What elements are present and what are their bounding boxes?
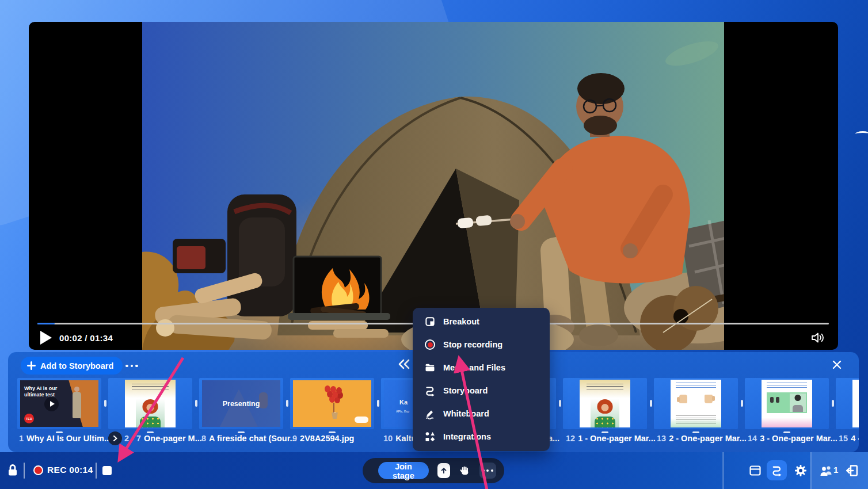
item-label-14[interactable]: 143 - One-pager Mar... <box>748 432 837 445</box>
background-curve <box>855 131 868 137</box>
storyboard-item-2-7[interactable] <box>108 378 192 429</box>
bottom-bar-divider-line <box>722 452 724 489</box>
storyboard-item-15[interactable] <box>836 378 859 429</box>
share-upload-button[interactable] <box>437 463 450 478</box>
speaker-figure <box>73 392 81 418</box>
scroll-left-icon[interactable] <box>397 358 412 370</box>
chevron-right-icon <box>112 435 118 442</box>
menu-item-integrations[interactable]: Integrations <box>413 425 550 448</box>
video-player: 00:02 / 01:34 <box>29 22 838 350</box>
item-label-2-7[interactable]: 2 - 7One-pager M... <box>124 432 202 445</box>
item-label-12[interactable]: 121 - One-pager Mar... <box>566 432 656 445</box>
participants-count: 1 <box>833 465 838 475</box>
arrow-up-icon <box>439 465 449 476</box>
folder-icon <box>424 361 436 374</box>
volume-icon[interactable] <box>810 331 827 345</box>
thumbnail-balloons-photo <box>293 380 371 427</box>
app-root: 00:02 / 01:34 Add to Storyboard Why AI i… <box>0 0 868 489</box>
menu-label-storyboard: Storyboard <box>443 386 488 395</box>
ted-badge: TED <box>24 414 34 423</box>
thumbnail-one-pager-2 <box>671 380 721 427</box>
breakout-icon <box>424 315 436 328</box>
recording-timer: REC 00:14 <box>47 465 93 475</box>
video-frame-campfire-scene <box>142 22 724 350</box>
thumbnail-ted-video: Why AI is our ultimate test TED <box>20 380 98 427</box>
menu-label-media-and-files: Media and Files <box>443 363 505 372</box>
thumbnail-one-pager-3 <box>762 380 812 427</box>
item-label-8[interactable]: 8A fireside chat (Sour... <box>201 432 297 445</box>
thumbnail-one-pager-1 <box>580 380 630 427</box>
storyboard-item-9[interactable] <box>290 378 374 429</box>
stage-controls: Join stage <box>363 458 504 483</box>
thumbnail-one-pager <box>125 380 176 427</box>
storyboard-item-1[interactable]: Why AI is our ultimate test TED <box>17 378 101 429</box>
thumbnail-one-pager-4 <box>852 380 859 427</box>
video-progress-fill <box>37 323 55 324</box>
menu-label-whiteboard: Whiteboard <box>443 409 489 418</box>
menu-item-whiteboard[interactable]: Whiteboard <box>413 402 550 425</box>
play-button[interactable] <box>40 331 52 345</box>
menu-item-storyboard[interactable]: Storyboard <box>413 379 550 402</box>
menu-label-stop-recording: Stop recording <box>443 340 502 349</box>
stop-recording-button[interactable] <box>102 466 112 475</box>
menu-item-stop-recording[interactable]: Stop recording <box>413 333 550 356</box>
close-panel-icon[interactable] <box>831 359 843 370</box>
menu-label-breakout: Breakout <box>443 317 479 326</box>
item-label-11[interactable]: a... <box>548 432 559 445</box>
leave-session-icon[interactable] <box>845 464 859 477</box>
presenting-overlay-label: Presenting <box>202 380 280 427</box>
lock-icon[interactable] <box>6 463 20 478</box>
item-label-13[interactable]: 132 - One-pager Mar... <box>657 432 747 445</box>
integrations-icon <box>424 430 436 443</box>
menu-label-integrations: Integrations <box>443 432 491 441</box>
storyboard-item-12[interactable] <box>563 378 647 429</box>
plus-icon <box>27 361 36 370</box>
menu-item-breakout[interactable]: Breakout <box>413 310 550 333</box>
slide-subtitle-text: APIs, Exp <box>396 410 409 413</box>
item-label-1[interactable]: 1Why AI Is Our Ultim... <box>19 432 111 445</box>
item-label-9[interactable]: 92V8A2594.jpg <box>292 432 354 445</box>
settings-gear-icon[interactable] <box>794 464 808 477</box>
divider <box>24 463 25 479</box>
menu-item-media-and-files[interactable]: Media and Files <box>413 356 550 379</box>
expand-group-button[interactable] <box>108 431 122 445</box>
play-overlay-icon <box>44 397 59 411</box>
more-options-button[interactable] <box>479 463 496 479</box>
storyboard-icon <box>770 464 783 477</box>
storyboard-item-14[interactable] <box>745 378 829 429</box>
storyboard-icon <box>424 384 436 397</box>
video-time-display: 00:02 / 01:34 <box>59 333 113 343</box>
storyboard-item-13[interactable] <box>654 378 738 429</box>
recording-indicator-icon <box>33 465 43 475</box>
item-label-15[interactable]: 154 - <box>839 432 859 445</box>
whiteboard-icon <box>424 407 436 420</box>
add-to-storyboard-button[interactable]: Add to Storyboard <box>21 357 123 375</box>
join-stage-button[interactable]: Join stage <box>378 462 429 479</box>
ted-title-text: Why AI is our ultimate test <box>24 385 67 398</box>
raise-hand-icon[interactable] <box>459 464 471 477</box>
layout-view-icon[interactable] <box>748 464 762 477</box>
add-to-storyboard-label: Add to Storyboard <box>40 361 113 370</box>
storyboard-item-8-presenting[interactable]: Presenting <box>199 378 283 429</box>
record-icon <box>424 338 436 351</box>
slide-title-text: Ka <box>399 399 408 406</box>
divider-2 <box>96 463 97 479</box>
storyboard-more-button[interactable] <box>125 362 143 370</box>
more-options-menu: Breakout Stop recording Media and Files … <box>413 308 550 451</box>
thumbnail-fireside-chat: Presenting <box>202 380 280 427</box>
storyboard-toggle-active[interactable] <box>767 460 787 480</box>
participants-icon[interactable] <box>818 464 833 477</box>
